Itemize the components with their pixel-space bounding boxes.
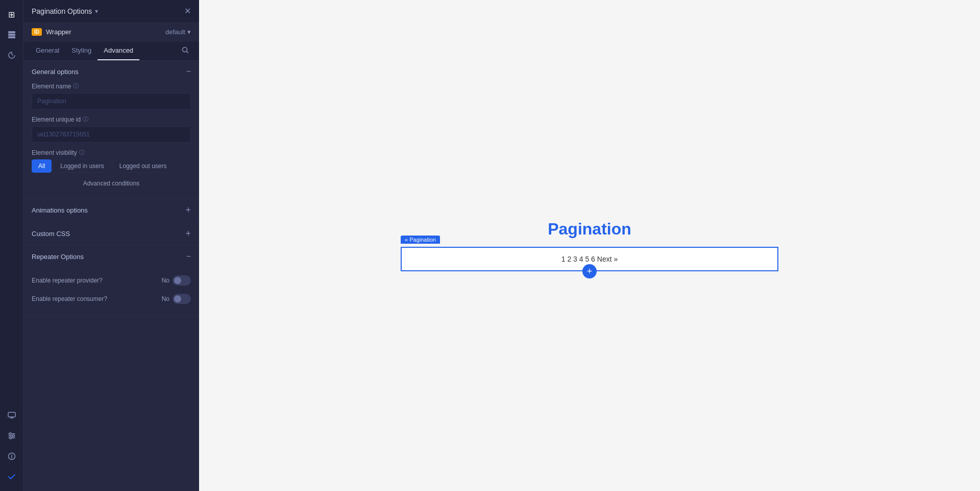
animations-expand-icon: + <box>185 205 191 216</box>
animations-title: Animations options <box>32 206 88 214</box>
panel-header: Pagination Options ▾ ✕ <box>23 0 199 23</box>
panel-title-text: Pagination Options <box>32 7 92 15</box>
tab-styling[interactable]: Styling <box>65 41 97 60</box>
general-options-header[interactable]: General options − <box>23 61 199 82</box>
wrapper-select[interactable]: default ▾ <box>165 28 191 36</box>
repeater-provider-toggle[interactable] <box>173 275 191 286</box>
wrapper-row: ID Wrapper default ▾ <box>23 23 199 41</box>
general-options-title: General options <box>32 68 79 76</box>
tab-general[interactable]: General <box>30 41 65 60</box>
wrapper-select-chevron: ▾ <box>187 28 191 36</box>
element-visibility-label: Element visibility ⓘ <box>32 149 191 156</box>
element-id-input[interactable] <box>32 126 191 143</box>
svg-rect-1 <box>8 34 15 36</box>
general-options-body: Element name ⓘ Element unique id ⓘ Eleme… <box>23 82 199 198</box>
svg-point-5 <box>12 435 14 437</box>
repeater-provider-toggle-group: No <box>162 275 191 286</box>
pagination-tag: « Pagination <box>401 236 440 244</box>
visibility-all-button[interactable]: All <box>32 159 52 173</box>
info-circle-icon[interactable] <box>4 448 20 464</box>
element-name-input[interactable] <box>32 93 191 109</box>
animations-header[interactable]: Animations options + <box>23 199 199 222</box>
pagination-add-button[interactable]: + <box>582 264 597 278</box>
wrapper-badge: ID <box>32 28 42 36</box>
monitor-icon[interactable] <box>4 407 20 424</box>
tab-bar: General Styling Advanced <box>23 41 199 61</box>
layers-icon[interactable] <box>4 27 20 43</box>
svg-rect-2 <box>8 36 15 38</box>
chevron-down-icon[interactable]: ▾ <box>95 8 98 15</box>
wrapper-label: Wrapper <box>46 28 161 36</box>
icon-bar: ⊞ <box>0 0 23 491</box>
general-options-section: General options − Element name ⓘ Element… <box>23 61 199 199</box>
sliders-icon[interactable] <box>4 428 20 444</box>
element-name-info-icon[interactable]: ⓘ <box>73 82 79 90</box>
options-panel: Pagination Options ▾ ✕ ID Wrapper defaul… <box>23 0 199 491</box>
repeater-body: Enable repeater provider? No Enable repe… <box>23 267 199 316</box>
svg-point-6 <box>10 437 12 439</box>
repeater-consumer-row: Enable repeater consumer? No <box>32 290 191 308</box>
pagination-pages: 1 2 3 4 5 6 Next » <box>561 255 618 263</box>
svg-point-8 <box>183 47 187 52</box>
search-icon[interactable] <box>178 42 193 60</box>
minus-icon: − <box>186 67 191 76</box>
check-icon[interactable] <box>4 469 20 485</box>
element-id-label: Element unique id ⓘ <box>32 115 191 123</box>
element-name-label: Element name ⓘ <box>32 82 191 90</box>
custom-css-section: Custom CSS + <box>23 222 199 246</box>
repeater-provider-value: No <box>162 277 169 284</box>
element-id-info-icon[interactable]: ⓘ <box>83 115 88 123</box>
repeater-title: Repeater Options <box>32 253 84 261</box>
repeater-section: Repeater Options − Enable repeater provi… <box>23 246 199 317</box>
visibility-logged-in-button[interactable]: Logged in users <box>54 159 110 173</box>
repeater-header[interactable]: Repeater Options − <box>23 246 199 267</box>
custom-css-title: Custom CSS <box>32 230 70 238</box>
svg-point-4 <box>9 433 11 435</box>
repeater-provider-row: Enable repeater provider? No <box>32 271 191 290</box>
repeater-provider-label: Enable repeater provider? <box>32 277 103 284</box>
close-icon[interactable]: ✕ <box>184 7 191 15</box>
repeater-consumer-label: Enable repeater consumer? <box>32 295 107 302</box>
animations-section: Animations options + <box>23 199 199 222</box>
history-icon[interactable] <box>4 47 20 63</box>
custom-css-header[interactable]: Custom CSS + <box>23 222 199 245</box>
element-visibility-info-icon[interactable]: ⓘ <box>79 149 85 156</box>
icon-bar-bottom <box>4 407 20 485</box>
wrapper-select-value: default <box>165 28 185 36</box>
custom-css-expand-icon: + <box>185 228 191 239</box>
grid-icon[interactable]: ⊞ <box>4 6 20 22</box>
repeater-consumer-toggle-group: No <box>162 294 191 304</box>
repeater-consumer-value: No <box>162 295 169 302</box>
visibility-buttons: All Logged in users Logged out users <box>32 159 191 173</box>
svg-rect-3 <box>8 412 15 417</box>
advanced-conditions-button[interactable]: Advanced conditions <box>32 177 191 190</box>
visibility-logged-out-button[interactable]: Logged out users <box>113 159 174 173</box>
canvas-area: Pagination « Pagination 1 2 3 4 5 6 Next… <box>401 220 778 271</box>
pagination-widget: « Pagination 1 2 3 4 5 6 Next » + <box>401 247 778 271</box>
panel-title: Pagination Options ▾ <box>32 7 98 15</box>
repeater-consumer-toggle[interactable] <box>173 294 191 304</box>
repeater-minus-icon: − <box>186 252 191 261</box>
main-canvas: Pagination « Pagination 1 2 3 4 5 6 Next… <box>199 0 980 491</box>
svg-rect-0 <box>8 31 15 33</box>
pagination-title: Pagination <box>548 220 631 239</box>
tab-advanced[interactable]: Advanced <box>97 41 139 60</box>
